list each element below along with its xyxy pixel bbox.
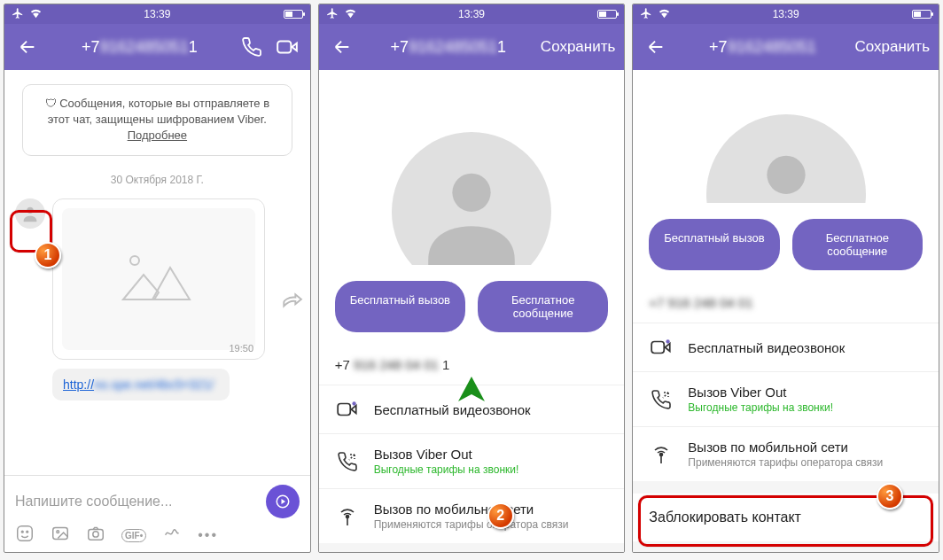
free-message-button[interactable]: Бесплатное сообщение: [478, 281, 608, 332]
status-bar: 13:39: [633, 4, 939, 24]
options-list: Бесплатный видеозвонок Вызов Viber Out В…: [633, 323, 939, 481]
video-call-button[interactable]: [273, 35, 301, 58]
option-title: Бесплатный видеозвонок: [374, 402, 531, 417]
chat-body[interactable]: 🛡 Сообщения, которые вы отправляете в эт…: [4, 70, 310, 475]
encryption-text: Сообщения, которые вы отправляете в этот…: [48, 97, 269, 126]
phone-prefix: +7: [335, 357, 350, 372]
phone-screen-chat: 13:39 +791624850511 🛡 Сообщения, которые…: [4, 4, 311, 553]
message-input[interactable]: [15, 494, 259, 509]
encryption-notice: 🛡 Сообщения, которые вы отправляете в эт…: [22, 84, 292, 156]
step-badge-3: 3: [877, 483, 903, 509]
phone-hidden: +7 916 248 04 01: [649, 295, 752, 310]
sticker-icon[interactable]: [15, 524, 35, 547]
title-hidden: 9162485051: [409, 38, 497, 57]
status-bar: 13:39: [319, 4, 625, 24]
profile-body[interactable]: Бесплатный вызов Бесплатное сообщение +7…: [633, 70, 939, 552]
forward-icon[interactable]: [280, 291, 303, 317]
nav-bar: +791624850511 Сохранить: [319, 24, 625, 70]
option-free-video-call[interactable]: Бесплатный видеозвонок: [319, 385, 625, 433]
doodle-icon[interactable]: [162, 524, 182, 547]
option-viber-out[interactable]: Вызов Viber Out Выгодные тарифы на звонк…: [319, 433, 625, 488]
phone-out-icon: [649, 389, 674, 410]
option-title: Вызов по мобильной сети: [374, 502, 569, 517]
option-title: Вызов Viber Out: [374, 447, 519, 462]
message-time: 19:50: [229, 343, 253, 354]
title-prefix: +7: [82, 38, 100, 56]
svg-point-1: [27, 206, 33, 213]
step-badge-1: 1: [35, 242, 61, 268]
save-button[interactable]: Сохранить: [855, 38, 930, 56]
camera-icon[interactable]: [86, 524, 105, 547]
send-button[interactable]: [266, 485, 300, 518]
image-message-bubble[interactable]: 19:50: [52, 198, 265, 360]
option-mobile-call[interactable]: Вызов по мобильной сети Применяются тари…: [319, 488, 625, 543]
title-suffix: 1: [497, 38, 506, 56]
action-buttons-row: Бесплатный вызов Бесплатное сообщение: [633, 203, 939, 286]
airplane-mode-icon: [326, 7, 339, 22]
message-composer: GIF• •••: [4, 475, 310, 552]
svg-point-14: [346, 515, 348, 517]
title-hidden: 9162485051: [728, 38, 816, 57]
svg-rect-0: [277, 42, 291, 53]
status-time: 13:39: [144, 8, 170, 20]
svg-rect-4: [18, 526, 33, 541]
antenna-icon: [649, 444, 674, 465]
phone-number-row[interactable]: +7 916 248 04 01: [633, 286, 939, 323]
image-placeholder-icon: [62, 208, 255, 350]
option-viber-out[interactable]: Вызов Viber Out Выгодные тарифы на звонк…: [633, 371, 939, 426]
link-hidden: no.spe.net/4bc5=321/: [94, 377, 214, 392]
link-prefix: http://: [63, 377, 94, 392]
title-prefix: +7: [709, 38, 728, 56]
svg-point-2: [130, 256, 139, 265]
video-icon: [649, 336, 674, 359]
phone-number-row[interactable]: +7 916 248 04 01 1: [319, 348, 625, 385]
airplane-mode-icon: [640, 7, 652, 22]
option-subtitle: Выгодные тарифы на звонки!: [374, 463, 519, 476]
back-button[interactable]: [13, 37, 42, 57]
free-message-button[interactable]: Бесплатное сообщение: [792, 219, 923, 270]
link-message-bubble[interactable]: http://no.spe.net/4bc5=321/: [52, 369, 230, 401]
option-subtitle: Применяются тарифы оператора связи: [374, 518, 569, 531]
more-icon[interactable]: •••: [198, 527, 218, 543]
back-button[interactable]: [642, 37, 670, 57]
step-badge-2: 2: [487, 502, 514, 529]
airplane-mode-icon: [12, 7, 24, 22]
battery-icon: [597, 10, 617, 19]
chat-title[interactable]: +791624850511: [49, 38, 230, 57]
nav-bar: +791624850511: [4, 24, 310, 70]
svg-point-17: [666, 339, 670, 343]
profile-body[interactable]: Бесплатный вызов Бесплатное сообщение +7…: [319, 70, 625, 552]
svg-point-11: [452, 174, 490, 212]
status-time: 13:39: [458, 8, 485, 20]
gif-icon[interactable]: GIF•: [121, 529, 146, 542]
voice-call-button[interactable]: [238, 36, 266, 58]
svg-point-18: [660, 453, 663, 455]
encryption-more-link[interactable]: Подробнее: [128, 128, 187, 142]
svg-point-10: [93, 532, 98, 537]
gallery-icon[interactable]: [51, 524, 70, 547]
svg-rect-16: [652, 342, 665, 354]
svg-point-15: [767, 156, 805, 194]
free-call-button[interactable]: Бесплатный вызов: [649, 219, 779, 270]
nav-bar: +79162485051 Сохранить: [633, 24, 939, 70]
option-free-video-call[interactable]: Бесплатный видеозвонок: [633, 323, 939, 371]
avatar-area: [633, 70, 939, 203]
free-call-button[interactable]: Бесплатный вызов: [335, 281, 465, 332]
sender-avatar[interactable]: [15, 198, 45, 229]
option-mobile-call[interactable]: Вызов по мобильной сети Применяются тари…: [633, 426, 939, 481]
svg-point-13: [352, 401, 355, 405]
save-button[interactable]: Сохранить: [541, 38, 615, 56]
title-suffix: 1: [189, 38, 198, 56]
date-separator: 30 Октября 2018 Г.: [15, 174, 300, 186]
option-title: Вызов Viber Out: [688, 385, 833, 400]
wifi-icon: [658, 6, 671, 22]
message-row: 19:50: [15, 198, 300, 360]
avatar-placeholder-icon: [706, 114, 866, 203]
action-buttons-row: Бесплатный вызов Бесплатное сообщение: [319, 265, 625, 348]
profile-title: +791624850511: [363, 38, 534, 57]
svg-rect-7: [53, 528, 68, 540]
option-subtitle: Применяются тарифы оператора связи: [688, 456, 883, 469]
back-button[interactable]: [328, 37, 356, 57]
avatar-area: [319, 70, 625, 265]
svg-point-5: [21, 531, 23, 533]
